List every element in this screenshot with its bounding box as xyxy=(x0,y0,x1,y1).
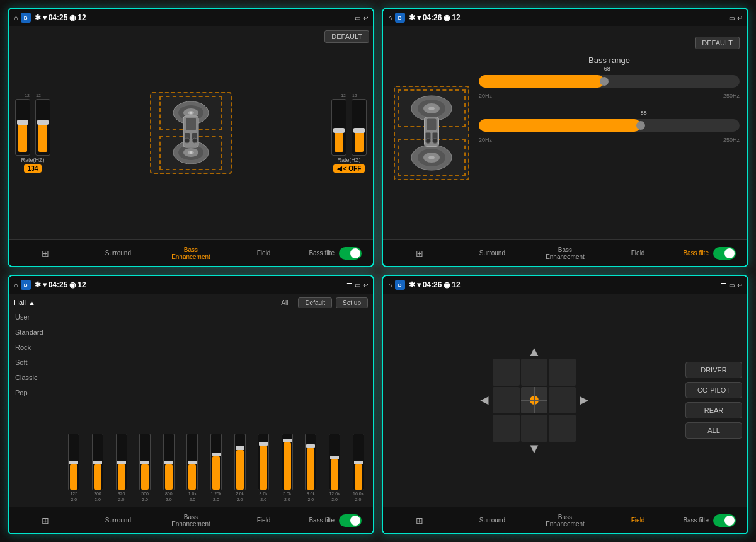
toggle-bassfilter-4[interactable] xyxy=(713,514,736,527)
back-icon-4[interactable]: ↩ xyxy=(737,282,742,289)
menu-icon-2[interactable]: ☰ xyxy=(721,14,726,21)
window-icon-3[interactable]: ▭ xyxy=(355,282,360,289)
eq-fader-thumb-10[interactable] xyxy=(306,444,315,448)
eq-fader-track-5[interactable] xyxy=(186,434,198,490)
eq-fader-track-10[interactable] xyxy=(305,434,316,490)
window-icon-2[interactable]: ▭ xyxy=(729,14,735,21)
eq-fader-track-0[interactable] xyxy=(68,434,79,490)
nav-field-2[interactable]: Field xyxy=(602,247,675,259)
fader-thumb-r1[interactable] xyxy=(37,120,49,125)
expand-icon[interactable]: ▲ xyxy=(28,299,35,306)
eq-fader-track-11[interactable] xyxy=(329,434,340,490)
slider-thumb-1[interactable] xyxy=(600,77,609,86)
eq-fader-thumb-11[interactable] xyxy=(330,456,339,459)
eq-fader-thumb-8[interactable] xyxy=(259,442,268,446)
default-button-1[interactable]: DEFAULT xyxy=(324,30,369,43)
home-icon[interactable]: ⌂ xyxy=(14,14,18,21)
home-icon-3[interactable]: ⌂ xyxy=(14,281,18,289)
nav-eq-4[interactable]: ⊞ xyxy=(383,513,456,528)
nav-bass-1[interactable]: BassEnhancement xyxy=(154,244,227,263)
all-button[interactable]: ALL xyxy=(685,422,742,439)
nav-surround-3[interactable]: Surround xyxy=(82,514,155,526)
copilot-button[interactable]: CO-PILOT xyxy=(685,382,742,398)
nav-surround-2[interactable]: Surround xyxy=(456,247,529,259)
eq-fader-thumb-12[interactable] xyxy=(354,461,363,464)
app-icon[interactable]: B xyxy=(21,13,31,23)
eq-fader-track-6[interactable] xyxy=(210,434,222,490)
app-icon-3[interactable]: B xyxy=(21,280,31,290)
window-icon[interactable]: ▭ xyxy=(355,14,360,21)
eq-fader-track-2[interactable] xyxy=(116,434,127,490)
preset-standard[interactable]: Standard xyxy=(9,325,59,340)
eq-fader-thumb-2[interactable] xyxy=(117,461,126,464)
eq-default-button[interactable]: Default xyxy=(298,297,332,308)
preset-pop[interactable]: Pop xyxy=(9,385,59,400)
eq-fader-track-8[interactable] xyxy=(258,434,269,490)
nav-eq-3[interactable]: ⊞ xyxy=(9,513,82,528)
eq-fader-track-1[interactable] xyxy=(92,434,103,490)
eq-fader-thumb-7[interactable] xyxy=(236,446,244,450)
preset-rock[interactable]: Rock xyxy=(9,340,59,355)
eq-fader-track-12[interactable] xyxy=(353,434,364,490)
preset-soft[interactable]: Soft xyxy=(9,355,59,370)
fader-thumb-l1[interactable] xyxy=(17,120,28,125)
slider-thumb-2[interactable] xyxy=(636,121,645,130)
nav-bass-2[interactable]: BassEnhancement xyxy=(529,244,602,263)
app-icon-4[interactable]: B xyxy=(395,280,405,290)
eq-all-button[interactable]: All xyxy=(275,298,294,308)
back-icon-2[interactable]: ↩ xyxy=(737,14,742,21)
arrow-right-btn[interactable]: ► xyxy=(577,392,591,408)
nav-field-3[interactable]: Field xyxy=(227,514,301,526)
toggle-bassfilter-3[interactable] xyxy=(339,514,362,527)
arrow-up-btn[interactable]: ▲ xyxy=(527,343,541,360)
nav-bassfilter-3[interactable]: Bass filte xyxy=(300,512,373,529)
eq-fader-thumb-4[interactable] xyxy=(164,461,173,464)
eq-fader-thumb-9[interactable] xyxy=(283,439,292,442)
home-icon-4[interactable]: ⌂ xyxy=(388,281,392,289)
menu-icon-3[interactable]: ☰ xyxy=(346,282,352,289)
arrow-down-btn[interactable]: ▼ xyxy=(527,441,541,457)
fader-track-l2[interactable] xyxy=(331,99,346,156)
menu-icon-4[interactable]: ☰ xyxy=(721,282,726,289)
nav-bass-4[interactable]: BassEnhancement xyxy=(529,511,602,530)
eq-fader-track-7[interactable] xyxy=(234,434,246,490)
rear-button[interactable]: REAR xyxy=(685,402,742,418)
slider-wrapper-1[interactable]: 68 xyxy=(479,75,740,88)
fader-thumb-l2[interactable] xyxy=(333,128,345,133)
toggle-bassfilter-1[interactable] xyxy=(339,247,362,260)
fader-thumb-r2[interactable] xyxy=(353,128,365,133)
nav-eq-1[interactable]: ⊞ xyxy=(9,246,82,261)
eq-fader-thumb-3[interactable] xyxy=(140,461,149,464)
toggle-bassfilter-2[interactable] xyxy=(713,247,736,260)
nav-bassfilter-4[interactable]: Bass filte xyxy=(674,512,747,529)
preset-user[interactable]: User xyxy=(9,309,59,325)
eq-fader-track-4[interactable] xyxy=(163,434,175,490)
fader-track-r1[interactable] xyxy=(35,99,50,156)
default-button-2[interactable]: DEFAULT xyxy=(695,37,740,49)
eq-fader-track-3[interactable] xyxy=(139,434,151,490)
fader-value-1[interactable]: 134 xyxy=(24,164,42,173)
arrow-left-btn[interactable]: ◄ xyxy=(478,392,491,408)
nav-bass-3[interactable]: BassEnhancement xyxy=(154,511,227,530)
eq-fader-thumb-0[interactable] xyxy=(69,461,78,464)
nav-field-4[interactable]: Field xyxy=(602,514,675,526)
app-icon-2[interactable]: B xyxy=(395,13,405,23)
nav-bassfilter-2[interactable]: Bass filte xyxy=(674,245,747,262)
nav-field-1[interactable]: Field xyxy=(227,247,301,259)
eq-fader-thumb-5[interactable] xyxy=(188,461,197,464)
nav-surround-1[interactable]: Surround xyxy=(82,247,155,259)
nav-eq-2[interactable]: ⊞ xyxy=(383,246,456,261)
back-icon[interactable]: ↩ xyxy=(363,14,368,21)
nav-bassfilter-1[interactable]: Bass filte xyxy=(300,245,373,262)
fader-track-l1[interactable] xyxy=(15,99,30,156)
eq-fader-thumb-6[interactable] xyxy=(212,453,220,456)
window-icon-4[interactable]: ▭ xyxy=(729,282,735,289)
driver-button[interactable]: DRIVER xyxy=(685,362,742,378)
back-icon-3[interactable]: ↩ xyxy=(363,282,368,289)
nav-surround-4[interactable]: Surround xyxy=(456,514,529,526)
eq-setup-button[interactable]: Set up xyxy=(336,297,368,308)
preset-classic[interactable]: Classic xyxy=(9,370,59,385)
home-icon-2[interactable]: ⌂ xyxy=(388,14,392,21)
menu-icon[interactable]: ☰ xyxy=(346,14,352,21)
fader-value-2[interactable]: ◀ < OFF xyxy=(333,164,365,173)
